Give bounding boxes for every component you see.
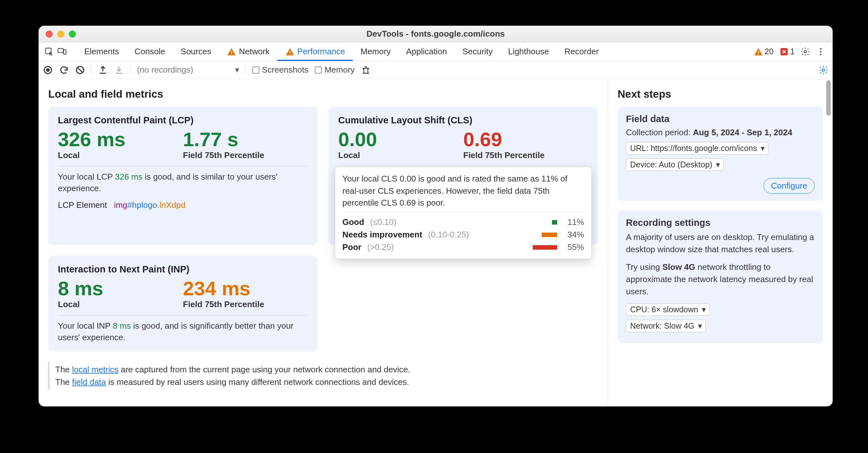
- svg-rect-7: [758, 51, 759, 53]
- cls-tooltip: Your local CLS 0.00 is good and is rated…: [335, 167, 591, 259]
- recording-settings-card: Recording settings A majority of users a…: [618, 211, 823, 343]
- memory-checkbox[interactable]: Memory: [315, 65, 354, 75]
- svg-point-12: [820, 51, 822, 52]
- svg-rect-4: [231, 53, 232, 54]
- lcp-description: Your local LCP 326 ms is good, and is si…: [58, 171, 308, 194]
- tab-network[interactable]: Network: [219, 42, 277, 61]
- svg-point-13: [820, 54, 822, 55]
- zoom-window-button[interactable]: [69, 31, 76, 38]
- svg-rect-3: [231, 51, 232, 53]
- lcp-local-label: Local: [58, 150, 183, 160]
- device-toolbar-icon[interactable]: [57, 47, 67, 57]
- tab-recorder[interactable]: Recorder: [557, 42, 607, 61]
- more-icon[interactable]: [816, 47, 826, 57]
- cls-card: Cumulative Layout Shift (CLS) 0.00 Local…: [329, 107, 598, 245]
- inp-local-label: Local: [58, 299, 183, 310]
- lcp-local-value: 326 ms: [58, 129, 183, 150]
- window-controls: [45, 31, 76, 38]
- warning-icon: [285, 47, 295, 57]
- svg-point-18: [822, 69, 825, 71]
- collection-period: Collection period: Aug 5, 2024 - Sep 1, …: [626, 128, 815, 137]
- inp-field-label: Field 75th Percentile: [183, 299, 308, 310]
- field-data-card: Field data Collection period: Aug 5, 202…: [618, 107, 823, 201]
- svg-line-17: [78, 67, 83, 72]
- titlebar: DevTools - fonts.google.com/icons: [38, 26, 833, 42]
- cls-field-value: 0.69: [463, 129, 588, 150]
- tab-memory[interactable]: Memory: [353, 42, 398, 61]
- device-select[interactable]: Device: Auto (Desktop): [626, 158, 724, 171]
- cls-tooltip-body: Your local CLS 0.00 is good and is rated…: [342, 173, 584, 213]
- checkbox-icon: [252, 66, 259, 73]
- recordings-select[interactable]: (no recordings) ▾: [137, 65, 239, 75]
- inp-title: Interaction to Next Paint (INP): [58, 264, 308, 275]
- main-heading: Local and field metrics: [48, 88, 598, 100]
- cls-bucket-good: Good (≤0.10) 11%: [342, 216, 584, 228]
- minimize-window-button[interactable]: [57, 31, 64, 38]
- cpu-throttle-select[interactable]: CPU: 6× slowdown: [626, 303, 710, 316]
- warning-icon: [227, 47, 236, 57]
- svg-rect-1: [58, 48, 63, 53]
- upload-icon[interactable]: [98, 65, 108, 75]
- record-icon[interactable]: [43, 65, 53, 75]
- download-icon[interactable]: [114, 65, 124, 75]
- window-title: DevTools - fonts.google.com/icons: [38, 29, 833, 39]
- lcp-field-value: 1.77 s: [183, 129, 308, 150]
- sidebar: Next steps Field data Collection period:…: [608, 79, 833, 407]
- recording-settings-title: Recording settings: [626, 218, 815, 228]
- recording-tip-1: A majority of users are on desktop. Try …: [626, 231, 815, 255]
- tab-security[interactable]: Security: [455, 42, 500, 61]
- inspect-element-icon[interactable]: [44, 47, 54, 57]
- lcp-element[interactable]: LCP Element img#hplogo.lnXdpd: [58, 200, 308, 210]
- reload-record-icon[interactable]: [59, 65, 69, 75]
- svg-rect-8: [758, 53, 759, 54]
- svg-point-15: [46, 68, 50, 72]
- collect-garbage-icon[interactable]: [361, 65, 371, 75]
- tab-lighthouse[interactable]: Lighthouse: [500, 42, 557, 61]
- devtools-window: DevTools - fonts.google.com/icons Elemen…: [38, 26, 833, 407]
- inp-field-value: 234 ms: [183, 278, 308, 299]
- issues-warnings[interactable]: 20: [753, 47, 774, 57]
- close-window-button[interactable]: [45, 31, 53, 38]
- inp-description: Your local INP 8 ms is good, and is sign…: [58, 320, 308, 344]
- cls-bucket-ni: Needs improvement (0.10-0.25) 34%: [342, 228, 584, 241]
- local-metrics-link[interactable]: local metrics: [72, 365, 118, 374]
- url-select[interactable]: URL: https://fonts.google.com/icons: [626, 142, 768, 155]
- settings-icon[interactable]: [801, 47, 810, 57]
- tab-elements[interactable]: Elements: [76, 42, 127, 61]
- lcp-card: Largest Contentful Paint (LCP) 326 ms Lo…: [48, 107, 318, 245]
- recording-tip-2: Try using Slow 4G network throttling to …: [626, 261, 815, 297]
- svg-rect-5: [289, 51, 290, 53]
- cls-local-value: 0.00: [338, 129, 463, 150]
- devtools-tabs: Elements Console Sources Network Perform…: [38, 42, 833, 61]
- issues-errors[interactable]: 1: [779, 47, 795, 57]
- warning-icon: [753, 47, 763, 57]
- checkbox-icon: [315, 66, 322, 73]
- metrics-footnote: The local metrics are captured from the …: [48, 362, 598, 390]
- cls-local-label: Local: [338, 150, 463, 160]
- configure-button[interactable]: Configure: [764, 178, 815, 194]
- panel-settings-icon[interactable]: [818, 65, 828, 75]
- cls-bucket-poor: Poor (>0.25) 55%: [342, 241, 584, 254]
- main-panel: Local and field metrics Largest Contentf…: [38, 79, 608, 407]
- inp-card: Interaction to Next Paint (INP) 8 ms Loc…: [48, 256, 318, 352]
- screenshots-checkbox[interactable]: Screenshots: [252, 65, 309, 75]
- inp-local-value: 8 ms: [58, 278, 183, 299]
- tab-application[interactable]: Application: [398, 42, 455, 61]
- performance-toolbar: (no recordings) ▾ Screenshots Memory: [38, 61, 833, 79]
- network-throttle-select[interactable]: Network: Slow 4G: [626, 320, 706, 332]
- sidebar-heading: Next steps: [618, 88, 823, 100]
- scrollbar[interactable]: [826, 80, 831, 116]
- tab-sources[interactable]: Sources: [173, 42, 219, 61]
- field-data-link[interactable]: field data: [72, 377, 106, 387]
- svg-point-11: [820, 48, 822, 50]
- svg-point-10: [804, 51, 807, 53]
- stop-icon[interactable]: [75, 65, 85, 75]
- tab-console[interactable]: Console: [127, 42, 173, 61]
- error-icon: [779, 47, 789, 57]
- svg-rect-6: [289, 53, 290, 54]
- lcp-field-label: Field 75th Percentile: [183, 150, 308, 160]
- tab-performance[interactable]: Performance: [277, 42, 353, 61]
- cls-title: Cumulative Layout Shift (CLS): [338, 115, 588, 126]
- cls-field-label: Field 75th Percentile: [463, 150, 588, 160]
- svg-rect-2: [64, 50, 66, 54]
